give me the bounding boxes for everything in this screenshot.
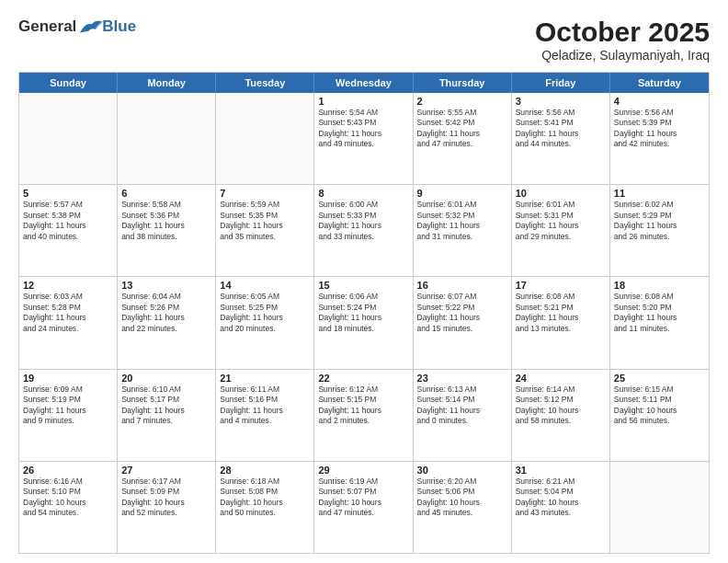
header: General Blue October 2025 Qeladize, Sula…: [18, 17, 710, 63]
logo: General Blue: [18, 17, 136, 37]
day-info-9: Sunrise: 6:01 AM Sunset: 5:32 PM Dayligh…: [417, 200, 507, 242]
empty-cell-0-0: [19, 93, 118, 184]
day-info-20: Sunrise: 6:10 AM Sunset: 5:17 PM Dayligh…: [121, 385, 211, 427]
day-info-7: Sunrise: 5:59 AM Sunset: 5:35 PM Dayligh…: [220, 200, 310, 242]
day-16: 16Sunrise: 6:07 AM Sunset: 5:22 PM Dayli…: [414, 277, 512, 368]
day-10: 10Sunrise: 6:01 AM Sunset: 5:31 PM Dayli…: [512, 185, 610, 276]
day-info-26: Sunrise: 6:16 AM Sunset: 5:10 PM Dayligh…: [23, 477, 113, 519]
month-title: October 2025: [535, 17, 710, 48]
day-number-24: 24: [516, 373, 606, 384]
day-number-25: 25: [614, 373, 705, 384]
day-number-22: 22: [318, 373, 408, 384]
day-number-7: 7: [220, 188, 310, 199]
day-number-28: 28: [220, 465, 310, 476]
weekday-friday: Friday: [512, 73, 610, 93]
day-26: 26Sunrise: 6:16 AM Sunset: 5:10 PM Dayli…: [19, 462, 118, 553]
day-info-15: Sunrise: 6:06 AM Sunset: 5:24 PM Dayligh…: [318, 292, 408, 334]
day-15: 15Sunrise: 6:06 AM Sunset: 5:24 PM Dayli…: [314, 277, 413, 368]
day-info-4: Sunrise: 5:56 AM Sunset: 5:39 PM Dayligh…: [614, 108, 705, 150]
day-number-18: 18: [614, 280, 705, 291]
day-18: 18Sunrise: 6:08 AM Sunset: 5:20 PM Dayli…: [610, 277, 709, 368]
week-row-1: 1Sunrise: 5:54 AM Sunset: 5:43 PM Daylig…: [19, 93, 709, 185]
week-row-5: 26Sunrise: 6:16 AM Sunset: 5:10 PM Dayli…: [19, 462, 709, 553]
day-20: 20Sunrise: 6:10 AM Sunset: 5:17 PM Dayli…: [118, 370, 216, 461]
day-number-11: 11: [614, 188, 705, 199]
day-number-9: 9: [417, 188, 507, 199]
day-24: 24Sunrise: 6:14 AM Sunset: 5:12 PM Dayli…: [512, 370, 610, 461]
day-11: 11Sunrise: 6:02 AM Sunset: 5:29 PM Dayli…: [610, 185, 709, 276]
day-number-6: 6: [121, 188, 211, 199]
weekday-monday: Monday: [118, 73, 216, 93]
day-number-5: 5: [23, 188, 113, 199]
day-info-23: Sunrise: 6:13 AM Sunset: 5:14 PM Dayligh…: [417, 385, 507, 427]
logo-general: General: [18, 17, 76, 36]
day-info-31: Sunrise: 6:21 AM Sunset: 5:04 PM Dayligh…: [516, 477, 606, 519]
day-info-6: Sunrise: 5:58 AM Sunset: 5:36 PM Dayligh…: [121, 200, 211, 242]
day-number-13: 13: [121, 280, 211, 291]
day-31: 31Sunrise: 6:21 AM Sunset: 5:04 PM Dayli…: [512, 462, 610, 553]
day-info-22: Sunrise: 6:12 AM Sunset: 5:15 PM Dayligh…: [318, 385, 408, 427]
calendar: SundayMondayTuesdayWednesdayThursdayFrid…: [18, 72, 710, 554]
day-6: 6Sunrise: 5:58 AM Sunset: 5:36 PM Daylig…: [118, 185, 216, 276]
location: Qeladize, Sulaymaniyah, Iraq: [535, 48, 710, 63]
day-number-26: 26: [23, 465, 113, 476]
logo-bird-icon: [78, 17, 104, 37]
empty-cell-0-2: [216, 93, 314, 184]
day-number-17: 17: [516, 280, 606, 291]
day-number-1: 1: [318, 96, 408, 107]
day-number-3: 3: [516, 96, 606, 107]
day-number-10: 10: [516, 188, 606, 199]
day-info-10: Sunrise: 6:01 AM Sunset: 5:31 PM Dayligh…: [516, 200, 606, 242]
day-23: 23Sunrise: 6:13 AM Sunset: 5:14 PM Dayli…: [414, 370, 512, 461]
calendar-header: SundayMondayTuesdayWednesdayThursdayFrid…: [19, 73, 709, 93]
day-number-4: 4: [614, 96, 705, 107]
day-12: 12Sunrise: 6:03 AM Sunset: 5:28 PM Dayli…: [19, 277, 118, 368]
day-number-14: 14: [220, 280, 310, 291]
day-25: 25Sunrise: 6:15 AM Sunset: 5:11 PM Dayli…: [610, 370, 709, 461]
day-number-2: 2: [417, 96, 507, 107]
day-number-19: 19: [23, 373, 113, 384]
day-number-12: 12: [23, 280, 113, 291]
logo-blue: Blue: [102, 17, 136, 36]
day-number-8: 8: [318, 188, 408, 199]
day-info-25: Sunrise: 6:15 AM Sunset: 5:11 PM Dayligh…: [614, 385, 705, 427]
weekday-sunday: Sunday: [19, 73, 118, 93]
day-info-3: Sunrise: 5:56 AM Sunset: 5:41 PM Dayligh…: [516, 108, 606, 150]
empty-cell-4-6: [610, 462, 709, 553]
week-row-4: 19Sunrise: 6:09 AM Sunset: 5:19 PM Dayli…: [19, 370, 709, 462]
day-number-23: 23: [417, 373, 507, 384]
day-8: 8Sunrise: 6:00 AM Sunset: 5:33 PM Daylig…: [314, 185, 413, 276]
day-info-8: Sunrise: 6:00 AM Sunset: 5:33 PM Dayligh…: [318, 200, 408, 242]
day-21: 21Sunrise: 6:11 AM Sunset: 5:16 PM Dayli…: [216, 370, 314, 461]
day-number-20: 20: [121, 373, 211, 384]
day-info-21: Sunrise: 6:11 AM Sunset: 5:16 PM Dayligh…: [220, 385, 310, 427]
day-27: 27Sunrise: 6:17 AM Sunset: 5:09 PM Dayli…: [118, 462, 216, 553]
day-info-30: Sunrise: 6:20 AM Sunset: 5:06 PM Dayligh…: [417, 477, 507, 519]
day-info-29: Sunrise: 6:19 AM Sunset: 5:07 PM Dayligh…: [318, 477, 408, 519]
day-13: 13Sunrise: 6:04 AM Sunset: 5:26 PM Dayli…: [118, 277, 216, 368]
empty-cell-0-1: [118, 93, 216, 184]
day-number-16: 16: [417, 280, 507, 291]
day-2: 2Sunrise: 5:55 AM Sunset: 5:42 PM Daylig…: [414, 93, 512, 184]
day-1: 1Sunrise: 5:54 AM Sunset: 5:43 PM Daylig…: [314, 93, 413, 184]
title-block: October 2025 Qeladize, Sulaymaniyah, Ira…: [535, 17, 710, 63]
day-info-19: Sunrise: 6:09 AM Sunset: 5:19 PM Dayligh…: [23, 385, 113, 427]
week-row-2: 5Sunrise: 5:57 AM Sunset: 5:38 PM Daylig…: [19, 185, 709, 277]
day-30: 30Sunrise: 6:20 AM Sunset: 5:06 PM Dayli…: [414, 462, 512, 553]
calendar-body: 1Sunrise: 5:54 AM Sunset: 5:43 PM Daylig…: [19, 93, 709, 553]
day-info-2: Sunrise: 5:55 AM Sunset: 5:42 PM Dayligh…: [417, 108, 507, 150]
day-19: 19Sunrise: 6:09 AM Sunset: 5:19 PM Dayli…: [19, 370, 118, 461]
weekday-wednesday: Wednesday: [314, 73, 413, 93]
day-info-1: Sunrise: 5:54 AM Sunset: 5:43 PM Dayligh…: [318, 108, 408, 150]
day-info-28: Sunrise: 6:18 AM Sunset: 5:08 PM Dayligh…: [220, 477, 310, 519]
day-29: 29Sunrise: 6:19 AM Sunset: 5:07 PM Dayli…: [314, 462, 413, 553]
day-info-13: Sunrise: 6:04 AM Sunset: 5:26 PM Dayligh…: [121, 292, 211, 334]
day-number-15: 15: [318, 280, 408, 291]
day-4: 4Sunrise: 5:56 AM Sunset: 5:39 PM Daylig…: [610, 93, 709, 184]
day-7: 7Sunrise: 5:59 AM Sunset: 5:35 PM Daylig…: [216, 185, 314, 276]
day-9: 9Sunrise: 6:01 AM Sunset: 5:32 PM Daylig…: [414, 185, 512, 276]
day-number-29: 29: [318, 465, 408, 476]
day-info-11: Sunrise: 6:02 AM Sunset: 5:29 PM Dayligh…: [614, 200, 705, 242]
day-number-21: 21: [220, 373, 310, 384]
day-info-18: Sunrise: 6:08 AM Sunset: 5:20 PM Dayligh…: [614, 292, 705, 334]
